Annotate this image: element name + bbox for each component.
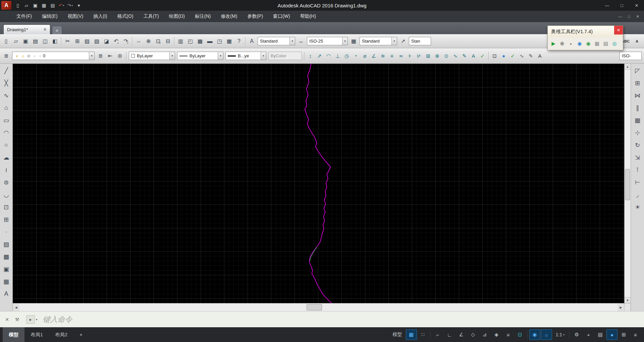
layer-color-chip[interactable]: ▪ xyxy=(37,54,43,58)
menu-file[interactable]: 文件(F) xyxy=(11,11,37,22)
text-style-icon[interactable]: A xyxy=(247,36,257,46)
make-block-icon[interactable]: ⊞ xyxy=(1,213,12,226)
ovi-run-icon[interactable]: ▶ xyxy=(549,39,558,48)
copy-icon[interactable]: ⊞ xyxy=(72,36,82,46)
document-tab-drawing1[interactable]: Drawing1* ✕ xyxy=(3,24,50,34)
aowei-close-button[interactable]: ✕ xyxy=(614,26,623,35)
autocad-logo-icon[interactable]: A xyxy=(1,1,11,10)
match-properties-icon[interactable]: ▧ xyxy=(92,36,102,46)
undo-icon[interactable]: ↶▾ xyxy=(111,36,121,46)
polar-tracking-icon[interactable]: ∠ xyxy=(456,329,467,340)
menu-edit[interactable]: 编辑(E) xyxy=(37,11,63,22)
jogged-linear-icon[interactable]: ∿ xyxy=(451,51,460,61)
vertical-scroll-thumb[interactable] xyxy=(625,169,630,200)
doc-restore-button[interactable]: □ xyxy=(625,13,633,20)
ovi-globe-green-icon[interactable]: ◉ xyxy=(584,39,593,48)
layer-previous-icon[interactable]: ⇤ xyxy=(105,51,115,61)
ovi-globe-blue-icon[interactable]: ◉ xyxy=(575,39,584,48)
ovi-ring-icon[interactable]: ◎ xyxy=(610,39,619,48)
save-icon[interactable]: ▣ xyxy=(21,36,31,46)
menu-modify[interactable]: 修改(M) xyxy=(216,11,242,22)
minimize-button[interactable]: — xyxy=(600,0,614,11)
model-space-canvas[interactable] xyxy=(13,64,624,303)
horizontal-scroll-thumb[interactable] xyxy=(307,304,322,310)
plot-preview-icon[interactable]: ◫ xyxy=(40,36,50,46)
array-icon[interactable]: ▦ xyxy=(632,114,643,126)
chevron-down-icon[interactable]: ▾ xyxy=(342,37,347,45)
command-line[interactable]: ✕ ⚒ ▸ ▾ 键入命令 xyxy=(0,311,644,327)
region-icon[interactable]: ▣ xyxy=(1,263,12,275)
quick-properties-icon[interactable]: + xyxy=(583,329,594,340)
zoom-realtime-icon[interactable]: ⊕ xyxy=(144,36,153,46)
sketch-polyline[interactable] xyxy=(305,64,332,303)
doc-close-button[interactable]: ✕ xyxy=(633,13,642,20)
menu-view[interactable]: 视图(V) xyxy=(63,11,89,22)
mtext-icon[interactable]: A xyxy=(1,288,12,300)
command-prompt-icon[interactable]: ▸ xyxy=(26,315,35,324)
trim-icon[interactable]: ⊺ xyxy=(632,164,643,176)
revision-wave-icon[interactable]: ∿ xyxy=(517,51,526,61)
layout-tab-model[interactable]: 模型 xyxy=(3,327,24,342)
circle-icon[interactable]: ○ xyxy=(1,139,12,151)
center-mark-icon[interactable]: ⊕ xyxy=(433,51,442,61)
model-space-button[interactable]: 模型 xyxy=(390,329,405,340)
clean-screen-icon[interactable]: ⊞ xyxy=(618,329,629,340)
revision-cloud-icon[interactable]: ☁ xyxy=(1,151,12,164)
layer-plot-icon[interactable]: ▫ xyxy=(32,54,37,58)
annotation-visibility-icon[interactable]: ◉ xyxy=(529,329,540,340)
table-icon[interactable]: ▦ xyxy=(1,275,12,288)
isodraft-icon[interactable]: ◇ xyxy=(468,329,479,340)
edit-pencil-icon[interactable]: ✎ xyxy=(526,51,535,61)
designcenter-icon[interactable]: ◰ xyxy=(185,36,195,46)
layer-lock-icon[interactable]: ⊘ xyxy=(26,54,32,58)
paste-icon[interactable]: ▨ xyxy=(82,36,92,46)
redo-icon[interactable]: ↷▾ xyxy=(66,1,74,9)
polyline-icon[interactable]: ∿ xyxy=(1,89,12,102)
ovi-gear-icon[interactable]: ⊛ xyxy=(558,39,567,48)
ovi-grid-icon[interactable]: ▦ xyxy=(593,39,601,48)
sync-attributes-icon[interactable]: ● xyxy=(499,51,508,61)
chevron-down-icon[interactable]: ▾ xyxy=(563,333,565,336)
text-style-combo[interactable]: Standard ▾ xyxy=(258,37,295,45)
mleader-style-combo[interactable]: Stan xyxy=(409,37,431,45)
scroll-left-icon[interactable]: ◀ xyxy=(13,303,19,311)
hatch-icon[interactable]: ▨ xyxy=(1,238,12,250)
erase-icon[interactable]: ◸ xyxy=(632,64,643,77)
copy-tool-icon[interactable]: ⊞ xyxy=(632,77,643,89)
tolerance-icon[interactable]: ⊞ xyxy=(424,51,433,61)
markup-set-manager-icon[interactable]: ◳ xyxy=(215,36,224,46)
layout-tab-2[interactable]: 布局2 xyxy=(49,327,73,342)
menu-dimension[interactable]: 标注(N) xyxy=(190,11,216,22)
jogged-dimension-icon[interactable]: ◔ xyxy=(351,51,360,61)
layer-freeze-icon[interactable]: ☼ xyxy=(20,54,26,58)
text-tool-icon[interactable]: A xyxy=(631,36,643,46)
arc-icon[interactable]: ◠ xyxy=(1,126,12,139)
dimension-update-icon[interactable]: ✓ xyxy=(478,51,487,61)
layer-on-icon[interactable]: ◐ xyxy=(14,54,20,58)
layer-isolate-icon[interactable]: ⊜ xyxy=(115,51,125,61)
help-icon[interactable]: ? xyxy=(234,36,244,46)
qat-customize-icon[interactable]: ▾ xyxy=(74,1,83,9)
quickcalc-icon[interactable]: ▦ xyxy=(224,36,234,46)
tool-palettes-icon[interactable]: ▩ xyxy=(195,36,205,46)
constraint-check-icon[interactable]: ✓ xyxy=(508,51,517,61)
lineweight-display-icon[interactable]: ≡ xyxy=(503,329,514,340)
color-combo[interactable]: ByLayer ▾ xyxy=(129,52,175,60)
offset-icon[interactable]: ∥ xyxy=(632,102,643,114)
dim-style-cut-combo[interactable]: ISO- xyxy=(620,52,642,60)
publish-icon[interactable]: ◧ xyxy=(50,36,60,46)
chevron-down-icon[interactable]: ▾ xyxy=(289,37,295,45)
chevron-down-icon[interactable]: ▾ xyxy=(117,42,119,46)
rectangle-icon[interactable]: ▭ xyxy=(1,114,12,126)
explode-icon[interactable]: ☀ xyxy=(632,201,643,213)
layout-tab-1[interactable]: 布局1 xyxy=(24,327,49,342)
horizontal-scroll-track[interactable] xyxy=(19,303,618,311)
linetype-combo[interactable]: ByLayer ▾ xyxy=(177,52,223,60)
text-style-a-icon[interactable]: A xyxy=(535,51,544,61)
layout-add-tab[interactable]: + xyxy=(73,327,88,342)
plot-icon[interactable]: ▤ xyxy=(48,1,57,9)
zoom-window-icon[interactable]: ⊡▾ xyxy=(153,36,163,46)
table-style-combo[interactable]: Standard ▾ xyxy=(360,37,397,45)
point-icon[interactable]: ∙ xyxy=(1,226,12,238)
chevron-down-icon[interactable]: ▾ xyxy=(71,4,73,7)
